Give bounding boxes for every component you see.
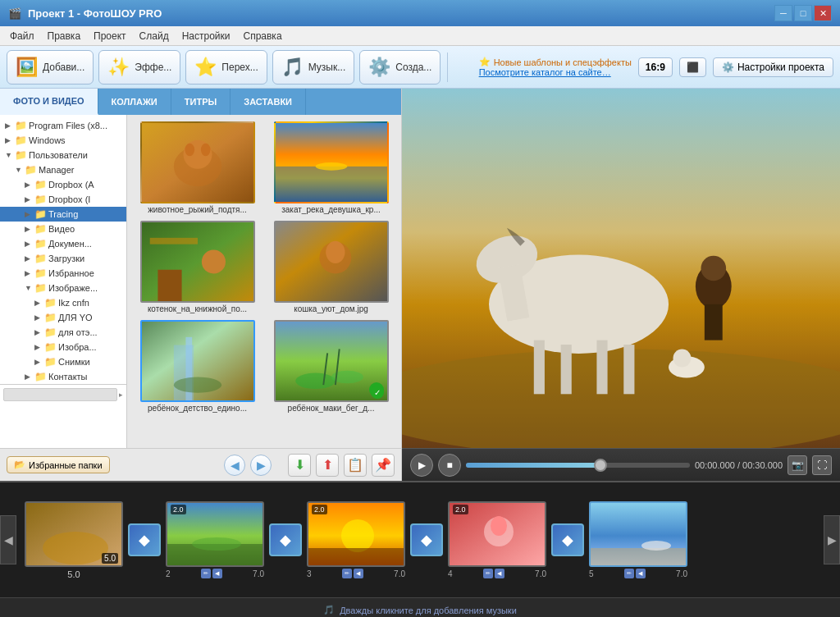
thumbnail-preview[interactable] <box>140 121 255 203</box>
slide-thumb-1[interactable]: 5.0 <box>25 501 123 567</box>
thumbnail-item[interactable]: кошка_уют_дом.jpg <box>267 221 395 313</box>
tree-view[interactable]: ▶ 📁 Program Files (x8... ▶ 📁 Windows ▼ 📁… <box>0 115 127 448</box>
tree-toggle[interactable]: ▶ <box>34 358 43 366</box>
add-button[interactable]: 🖼️ Добави... <box>7 50 94 85</box>
tree-item[interactable]: ▶ 📁 Dropbox (I <box>0 192 126 207</box>
slide-item-1[interactable]: 5.0 5.0 <box>25 501 123 579</box>
favorites-button[interactable]: 📂 Избранные папки <box>7 456 110 473</box>
tree-item[interactable]: ▶ 📁 Dropbox (А <box>0 177 126 192</box>
forward-button[interactable]: ▶ <box>250 455 272 476</box>
tree-item[interactable]: ▶ 📁 Видео <box>0 222 126 236</box>
slide-item-4[interactable]: 2.0 4 ✏ ◀ 7.0 <box>448 501 546 578</box>
slide-item-3[interactable]: 2.0 3 ✏ ◀ 7.0 <box>307 501 405 578</box>
tree-item[interactable]: ▶ 📁 Загрузки <box>0 251 126 266</box>
add-music-bar[interactable]: 🎵 Дважды кликните для добавления музыки <box>0 597 840 617</box>
tree-toggle[interactable]: ▶ <box>25 269 33 277</box>
transition-1[interactable]: ◆ <box>128 523 161 556</box>
project-settings-button[interactable]: ⚙️ Настройки проекта <box>713 57 833 77</box>
tree-item-images[interactable]: ▼ 📁 Изображе... <box>0 281 126 295</box>
action-btn-2[interactable]: 📌 <box>372 454 395 477</box>
transition-2[interactable]: ◆ <box>269 523 302 556</box>
thumbnail-item[interactable]: котенок_на_книжной_по... <box>134 221 261 313</box>
tree-item[interactable]: ▶ 📁 Контакты <box>0 369 126 384</box>
ratio-button[interactable]: 16:9 <box>638 57 673 77</box>
music-button[interactable]: 🎵 Музык... <box>272 50 355 85</box>
tree-toggle[interactable]: ▶ <box>25 225 33 233</box>
tree-toggle[interactable]: ▼ <box>15 166 23 174</box>
minimize-button[interactable]: ─ <box>774 5 792 21</box>
tree-item[interactable]: ▶ 📁 Избранное <box>0 266 126 281</box>
menu-file[interactable]: Файл <box>3 29 41 43</box>
fullscreen-button[interactable]: ⛶ <box>812 455 832 475</box>
tree-item[interactable]: ▶ 📁 Докумен... <box>0 236 126 251</box>
tree-toggle[interactable]: ▶ <box>34 328 43 336</box>
progress-track[interactable] <box>466 463 690 468</box>
tree-toggle[interactable]: ▶ <box>5 121 13 130</box>
thumbnail-item[interactable]: ✓ ребёнок_маки_бег_д... <box>267 320 395 413</box>
create-button[interactable]: ⚙️ Созда... <box>359 50 441 85</box>
tree-item[interactable]: ▶ 📁 Program Files (x8... <box>0 118 126 133</box>
maximize-button[interactable]: □ <box>794 5 812 21</box>
thumbnail-preview[interactable]: ✓ <box>274 320 389 402</box>
menu-help[interactable]: Справка <box>236 29 288 43</box>
screen-ratio-button[interactable]: ⬛ <box>679 57 706 77</box>
effects-button[interactable]: ✨ Эффе... <box>98 50 180 85</box>
tree-item[interactable]: ▶ 📁 Снимки <box>0 354 126 369</box>
tree-toggle[interactable]: ▶ <box>25 254 33 263</box>
close-button[interactable]: ✕ <box>814 5 832 21</box>
thumbnail-item[interactable]: животное_рыжий_подтя... <box>134 121 261 214</box>
tree-item[interactable]: ▶ 📁 ДЛЯ YO <box>0 310 126 325</box>
menu-slide[interactable]: Слайд <box>133 29 176 43</box>
tree-toggle[interactable]: ▶ <box>34 313 43 322</box>
timeline-scroll-right[interactable]: ▶ <box>824 515 840 564</box>
slide-thumb-2[interactable]: 2.0 <box>166 501 264 567</box>
tab-collages[interactable]: КОЛЛАЖИ <box>98 89 171 115</box>
transition-3[interactable]: ◆ <box>410 523 443 556</box>
tree-toggle[interactable]: ▼ <box>5 151 13 159</box>
tree-item[interactable]: ▼ 📁 Manager <box>0 162 126 177</box>
tree-toggle[interactable]: ▶ <box>5 136 13 144</box>
thumbnail-preview[interactable] <box>140 221 255 303</box>
tree-item[interactable]: ▶ 📁 для отэ... <box>0 325 126 340</box>
camera-button[interactable]: 📷 <box>788 455 807 475</box>
back-button[interactable]: ◀ <box>224 455 245 476</box>
slide-thumb-3[interactable]: 2.0 <box>307 501 405 567</box>
tree-toggle[interactable]: ▶ <box>25 195 33 203</box>
tree-toggle[interactable]: ▼ <box>25 284 33 292</box>
tree-item[interactable]: ▶ 📁 Изобра... <box>0 340 126 354</box>
menu-settings[interactable]: Настройки <box>176 29 237 43</box>
promo-link[interactable]: Посмотрите каталог на сайте… <box>479 67 632 77</box>
tab-screensavers[interactable]: ЗАСТАВКИ <box>231 89 306 115</box>
thumbnail-preview[interactable] <box>274 221 389 303</box>
slide-thumb-5[interactable] <box>589 501 687 567</box>
thumbnail-item[interactable]: закат_река_девушка_кр... <box>267 121 395 214</box>
tree-item-tracing[interactable]: ▶ 📁 Tracing <box>0 207 126 222</box>
timeline-scroll-left[interactable]: ◀ <box>0 515 16 564</box>
thumbnail-preview[interactable] <box>140 320 255 402</box>
tree-toggle[interactable]: ▶ <box>34 299 43 307</box>
play-button[interactable]: ▶ <box>410 454 433 477</box>
tree-toggle[interactable]: ▶ <box>25 181 33 189</box>
action-btn-1[interactable]: 📋 <box>344 454 367 477</box>
tree-toggle[interactable]: ▶ <box>25 210 33 218</box>
transitions-button[interactable]: ⭐ Перех... <box>185 50 267 85</box>
tree-item[interactable]: ▼ 📁 Пользователи <box>0 148 126 162</box>
slide-item-2[interactable]: 2.0 2 ✏ ◀ 7.0 <box>166 501 264 578</box>
slide-thumb-4[interactable]: 2.0 <box>448 501 546 567</box>
slide-item-5[interactable]: 5 ✏ ◀ 7.0 <box>589 501 687 578</box>
tree-toggle[interactable]: ▶ <box>25 372 33 381</box>
upload-button[interactable]: ⬆ <box>316 454 339 477</box>
transition-4[interactable]: ◆ <box>551 523 584 556</box>
tab-photo-video[interactable]: ФОТО И ВИДЕО <box>0 89 98 115</box>
progress-thumb[interactable] <box>594 459 607 472</box>
tree-item[interactable]: ▶ 📁 Windows <box>0 133 126 148</box>
tree-item[interactable]: ▶ 📁 Ikz cnfn <box>0 295 126 310</box>
stop-button[interactable]: ■ <box>438 454 461 477</box>
tree-toggle[interactable]: ▶ <box>25 240 33 248</box>
thumbnail-preview[interactable] <box>274 121 389 203</box>
thumbnail-item-selected[interactable]: ребёнок_детство_едино... <box>134 320 261 413</box>
menu-edit[interactable]: Правка <box>41 29 88 43</box>
tab-titles[interactable]: ТИТРЫ <box>171 89 231 115</box>
download-button[interactable]: ⬇ <box>288 454 311 477</box>
menu-project[interactable]: Проект <box>87 29 133 43</box>
